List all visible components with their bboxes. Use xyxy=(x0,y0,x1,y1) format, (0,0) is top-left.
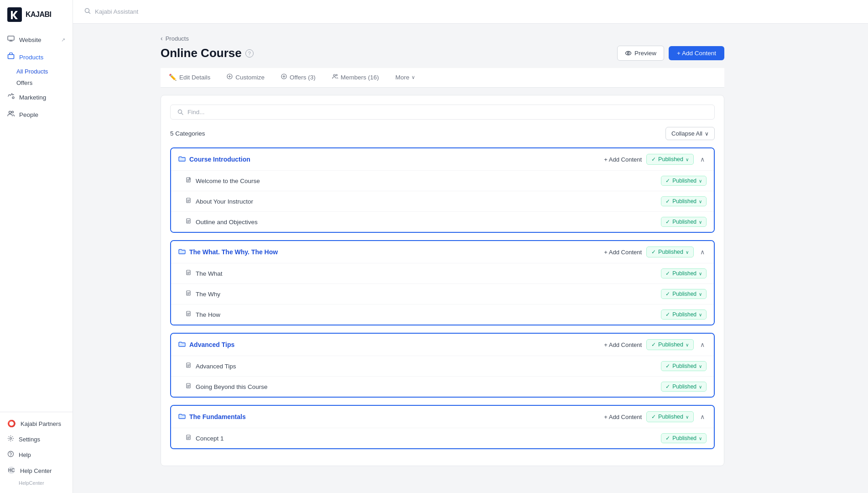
item-status-badge-1-2[interactable]: ✓ Published ∨ xyxy=(661,196,707,206)
item-check-icon-2-2: ✓ xyxy=(665,291,670,297)
category-collapse-btn-4[interactable]: ∧ xyxy=(698,412,707,421)
tab-customize[interactable]: Customize xyxy=(218,68,273,87)
category-header-2[interactable]: The What. The Why. The How + Add Content… xyxy=(171,241,714,263)
sidebar-item-people[interactable]: People xyxy=(0,106,73,123)
item-status-badge-3-2[interactable]: ✓ Published ∨ xyxy=(661,382,707,392)
svg-rect-2 xyxy=(8,55,14,59)
content-item-title-2-2: The Why xyxy=(196,291,220,298)
offers-icon xyxy=(281,73,287,81)
content-item-3-1[interactable]: Advanced Tips ✓ Published ∨ xyxy=(171,356,714,376)
content-item-2-3[interactable]: The How ✓ Published ∨ xyxy=(171,304,714,325)
content-item-1-3[interactable]: Outline and Objectives ✓ Published ∨ xyxy=(171,211,714,232)
check-icon-2: ✓ xyxy=(651,249,656,255)
item-chevron-1-2: ∨ xyxy=(699,199,702,204)
sidebar-help-center[interactable]: HC Help Center HelpCenter xyxy=(0,462,73,489)
content-item-2-1[interactable]: The What ✓ Published ∨ xyxy=(171,263,714,283)
category-add-content-4[interactable]: + Add Content xyxy=(604,414,642,420)
svg-point-6 xyxy=(10,438,12,440)
category-header-4[interactable]: The Fundamentals + Add Content ✓ Publish… xyxy=(171,406,714,428)
doc-icon-2-1 xyxy=(186,270,192,278)
header-actions: Preview + Add Content xyxy=(617,46,724,61)
item-status-badge-2-2[interactable]: ✓ Published ∨ xyxy=(661,289,707,299)
content-item-title-2-1: The What xyxy=(196,270,223,277)
category-add-content-2[interactable]: + Add Content xyxy=(604,249,642,256)
category-published-badge-3[interactable]: ✓ Published ∨ xyxy=(646,339,694,350)
category-collapse-btn-2[interactable]: ∧ xyxy=(698,247,707,257)
sidebar-products-label: Products xyxy=(19,54,43,61)
sidebar-item-products[interactable]: Products xyxy=(0,48,73,66)
content-item-title-3-2: Going Beyond this Course xyxy=(196,383,268,390)
logo[interactable]: KAJABI xyxy=(0,0,73,27)
category-block-1: Course Introduction + Add Content ✓ Publ… xyxy=(170,147,715,233)
category-add-content-1[interactable]: + Add Content xyxy=(604,156,642,163)
content-item-title-1-2: About Your Instructor xyxy=(196,198,253,205)
content-item-1-1[interactable]: Welcome to the Course ✓ Published ∨ xyxy=(171,170,714,191)
sidebar-item-website[interactable]: Website ↗ xyxy=(0,31,73,48)
item-check-icon-2-3: ✓ xyxy=(665,311,670,318)
sidebar-sub-all-products[interactable]: All Products xyxy=(16,66,73,77)
tab-more[interactable]: More ∨ xyxy=(387,68,423,87)
page-title-wrap: Online Course ? xyxy=(161,46,254,60)
item-status-badge-1-3[interactable]: ✓ Published ∨ xyxy=(661,217,707,227)
category-header-1[interactable]: Course Introduction + Add Content ✓ Publ… xyxy=(171,148,714,170)
svg-point-13 xyxy=(628,52,629,54)
svg-point-17 xyxy=(336,74,337,76)
item-status-badge-2-1[interactable]: ✓ Published ∨ xyxy=(661,268,707,278)
item-status-badge-3-1[interactable]: ✓ Published ∨ xyxy=(661,361,707,371)
category-published-badge-2[interactable]: ✓ Published ∨ xyxy=(646,246,694,257)
sidebar-sub-offers[interactable]: Offers xyxy=(16,77,73,89)
item-status-2-1: Published xyxy=(672,270,696,277)
monitor-icon xyxy=(7,35,15,44)
content-item-3-2[interactable]: Going Beyond this Course ✓ Published ∨ xyxy=(171,376,714,397)
item-chevron-1-1: ∨ xyxy=(699,178,702,184)
help-center-label: Help Center xyxy=(20,467,52,474)
sidebar-settings[interactable]: Settings xyxy=(0,431,73,447)
breadcrumb[interactable]: ‹ Products xyxy=(161,35,724,42)
content-item-title-1-3: Outline and Objectives xyxy=(196,219,258,226)
category-status-4: Published xyxy=(658,414,683,420)
category-collapse-btn-3[interactable]: ∧ xyxy=(698,340,707,349)
content-item-4-1[interactable]: Concept 1 ✓ Published ∨ xyxy=(171,428,714,448)
add-content-button[interactable]: + Add Content xyxy=(669,46,724,60)
check-icon-3: ✓ xyxy=(651,341,656,348)
category-collapse-btn-1[interactable]: ∧ xyxy=(698,155,707,164)
category-header-3[interactable]: Advanced Tips + Add Content ✓ Published … xyxy=(171,334,714,356)
search-bar[interactable]: Kajabi Assistant xyxy=(84,7,138,16)
category-published-badge-4[interactable]: ✓ Published ∨ xyxy=(646,411,694,422)
item-check-icon-3-1: ✓ xyxy=(665,363,670,369)
item-chevron-2-3: ∨ xyxy=(699,312,702,317)
item-status-badge-1-1[interactable]: ✓ Published ∨ xyxy=(661,176,707,186)
item-status-3-2: Published xyxy=(672,383,696,390)
sidebar-help[interactable]: Help xyxy=(0,447,73,462)
sidebar-item-marketing[interactable]: Marketing xyxy=(0,89,73,106)
tab-edit-details-label: Edit Details xyxy=(179,74,210,81)
logo-text: KAJABI xyxy=(26,10,52,19)
help-circle-icon[interactable]: ? xyxy=(245,49,254,58)
collapse-all-button[interactable]: Collapse All ∨ xyxy=(665,127,715,140)
doc-icon-1-2 xyxy=(186,198,192,205)
item-status-1-1: Published xyxy=(672,178,696,184)
doc-icon-2-3 xyxy=(186,311,192,319)
svg-text:HC: HC xyxy=(8,468,15,473)
sidebar-kajabi-partners[interactable]: ⭕ Kajabi Partners xyxy=(0,416,73,431)
content-search-bar[interactable]: Find... xyxy=(170,105,715,120)
page-title: Online Course xyxy=(161,46,242,60)
item-status-3-1: Published xyxy=(672,363,696,369)
badge-chevron-1: ∨ xyxy=(686,157,689,162)
tab-edit-details[interactable]: ✏️ Edit Details xyxy=(161,68,218,87)
content-item-1-2[interactable]: About Your Instructor ✓ Published ∨ xyxy=(171,191,714,211)
item-status-badge-2-3[interactable]: ✓ Published ∨ xyxy=(661,309,707,320)
category-published-badge-1[interactable]: ✓ Published ∨ xyxy=(646,154,694,165)
tab-offers[interactable]: Offers (3) xyxy=(273,68,324,87)
content-item-2-2[interactable]: The Why ✓ Published ∨ xyxy=(171,283,714,304)
badge-chevron-4: ∨ xyxy=(686,414,689,420)
tab-members[interactable]: Members (16) xyxy=(324,68,387,87)
category-add-content-3[interactable]: + Add Content xyxy=(604,341,642,348)
page-header: Online Course ? Preview + Add Content xyxy=(161,46,724,61)
category-header-left-3: Advanced Tips xyxy=(178,341,604,349)
item-status-badge-4-1[interactable]: ✓ Published ∨ xyxy=(661,433,707,443)
category-header-right-3: + Add Content ✓ Published ∨ ∧ xyxy=(604,339,707,350)
search-icon xyxy=(84,7,91,16)
preview-button[interactable]: Preview xyxy=(617,46,664,61)
edit-icon: ✏️ xyxy=(169,73,177,81)
